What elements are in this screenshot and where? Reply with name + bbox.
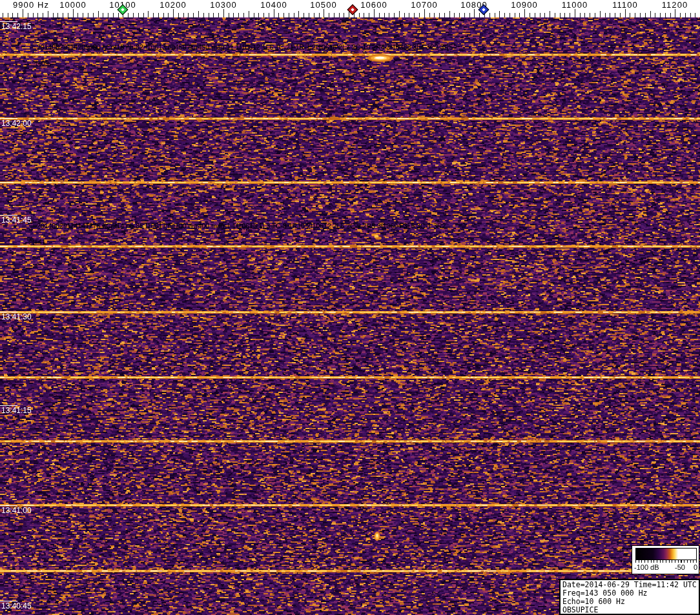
time-label: 13:40:45 — [1, 602, 32, 610]
colorbar-min-label: -100 dB — [634, 563, 659, 571]
colorbar-gradient — [635, 548, 697, 560]
frequency-tick-label: 10300 — [210, 1, 237, 9]
time-label: 13:41:30 — [1, 313, 32, 321]
echo-annotation: ^t+41 — [29, 239, 46, 246]
frequency-ruler: 9900 Hz100001010010200103001040010500106… — [0, 0, 700, 17]
time-label: 13:42:15 — [1, 23, 32, 31]
echo-annotation: ^t+09 — [32, 60, 49, 67]
frequency-tick-label: 11200 — [662, 1, 688, 9]
time-label: 13:42:00 — [1, 119, 32, 128]
frequency-tick-label: 10900 — [511, 1, 538, 9]
colorbar-ticks — [635, 560, 697, 563]
status-info-box: Date=2014-06-29 Time=11:42 UTC Freq=143 … — [559, 579, 700, 615]
colorbar-legend: -100 dB -50 0 — [632, 545, 699, 574]
frequency-tick-label: 10400 — [260, 1, 287, 9]
colorbar-mid-label: -50 — [675, 563, 685, 571]
time-label: 13:41:15 — [1, 407, 32, 415]
waterfall-spectrogram-canvas — [0, 17, 700, 615]
frequency-tick-label: 11000 — [562, 1, 588, 9]
colorbar-max-label: 0 — [694, 563, 697, 571]
frequency-tick-label: 9900 Hz — [13, 1, 49, 9]
colorbar-labels: -100 dB -50 0 — [632, 563, 699, 572]
echo-annotation: 20140629114209080 hCnt15 nb-82 f10613 hi… — [37, 44, 453, 51]
info-observatory: OBSUPICE — [562, 606, 697, 614]
frequency-tick-label: 10700 — [411, 1, 438, 9]
frequency-tick-label: 11100 — [612, 1, 638, 9]
time-label: 13:41:00 — [1, 507, 32, 515]
echo-annotation: 20140629114141276 hCnt14 nb-85 f10617 hi… — [37, 223, 446, 230]
time-label: 13:41:45 — [1, 216, 32, 225]
frequency-tick-label: 10600 — [360, 1, 387, 9]
frequency-tick-label: 10000 — [59, 1, 87, 9]
spectrogram-app: 9900 Hz100001010010200103001040010500106… — [0, 0, 700, 615]
frequency-tick-label: 10200 — [160, 1, 187, 9]
frequency-tick-label: 10500 — [310, 1, 337, 9]
